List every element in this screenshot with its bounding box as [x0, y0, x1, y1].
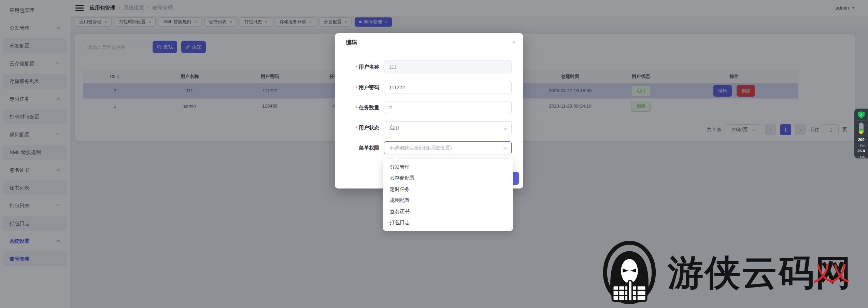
- arrow-up-icon: ↑: [857, 143, 859, 147]
- dialog-header: 编辑 ×: [335, 33, 523, 52]
- chevron-down-icon: [503, 126, 507, 130]
- form-row-menu-permissions: 菜单权限 不选则默认全部(除系统设置): [335, 141, 523, 154]
- task-count-field[interactable]: [384, 101, 512, 114]
- dropdown-option[interactable]: 定时任务: [383, 184, 513, 195]
- close-icon[interactable]: ×: [512, 39, 516, 46]
- menu-permissions-dropdown: 分发管理 云存储配置 定时任务 规则配置 签名证书 打包日志: [383, 159, 513, 231]
- dialog-title: 编辑: [346, 39, 357, 46]
- form-row-password: *用户密码: [335, 81, 523, 94]
- form-row-task-count: *任务数量: [335, 101, 523, 114]
- password-field[interactable]: [384, 81, 512, 94]
- dropdown-option[interactable]: 打包日志: [383, 217, 513, 228]
- dropdown-option[interactable]: 云存储配置: [383, 173, 513, 184]
- status-pill-icon: [859, 123, 864, 134]
- divider: [857, 121, 866, 121]
- shield-check-icon: ✓: [858, 111, 865, 119]
- chevron-up-icon: [503, 147, 507, 151]
- arrow-down-icon: ↓: [857, 155, 859, 158]
- app-root: 应用包管理 分发管理 分发配置 云存储配置 存储服务列表 定时任务 打包时间设置…: [0, 0, 868, 308]
- username-field: [384, 60, 512, 73]
- upload-speed-value: 209: [858, 138, 864, 142]
- required-asterisk: *: [355, 105, 357, 111]
- divider: [857, 136, 866, 136]
- download-speed-value: 26.0: [857, 149, 865, 153]
- dropdown-option[interactable]: 分发管理: [383, 162, 513, 173]
- required-asterisk: *: [355, 64, 357, 70]
- form-row-username: *用户名称: [335, 60, 523, 73]
- form-row-user-status: *用户状态 启用: [335, 121, 523, 134]
- required-asterisk: *: [355, 85, 357, 90]
- net-speed-widget: ✓ 209 ↑ K/s 26.0 ↓ K/s: [854, 109, 868, 158]
- dropdown-option[interactable]: 规则配置: [383, 195, 513, 206]
- user-status-select[interactable]: 启用: [384, 121, 512, 134]
- download-speed-unit: ↓ K/s: [857, 155, 865, 158]
- dropdown-option[interactable]: 签名证书: [383, 206, 513, 217]
- menu-permissions-select[interactable]: 不选则默认全部(除系统设置): [384, 141, 512, 154]
- required-asterisk: *: [355, 125, 357, 131]
- upload-speed-unit: ↑ K/s: [857, 144, 865, 147]
